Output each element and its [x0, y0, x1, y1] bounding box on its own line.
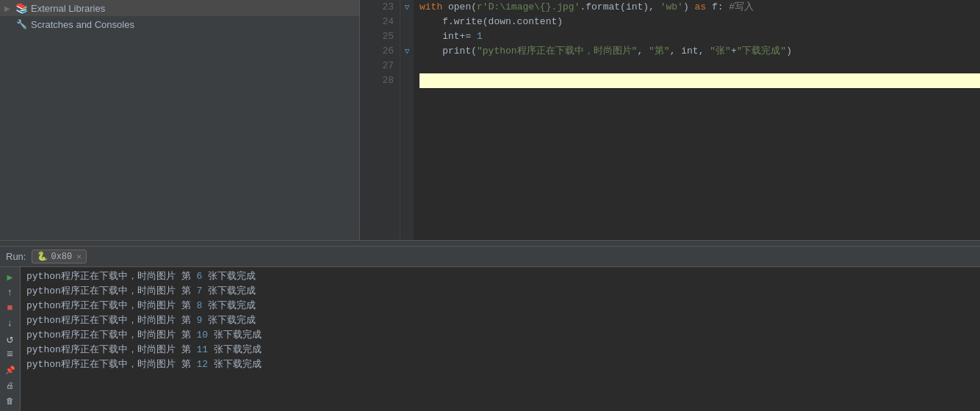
scroll-up-button[interactable]: ↑ [2, 285, 18, 299]
sidebar-item-external-libraries[interactable]: ▶ 📚 External Libraries [0, 0, 359, 16]
pin-button[interactable]: 📌 [2, 363, 18, 377]
gutter-27 [400, 59, 414, 73]
line-number-27: 27 [360, 59, 394, 73]
gutter-28 [400, 73, 414, 88]
print-button[interactable]: 🖨 [2, 379, 18, 393]
scroll-down-button[interactable]: ↓ [2, 316, 18, 330]
run-button[interactable]: ▶ [2, 270, 18, 284]
sidebar-item-scratches-and-consoles[interactable]: 🔧 Scratches and Consoles [0, 16, 359, 32]
output-line-2: python程序正在下载中，时尚图片 第 7 张下载完成 [26, 284, 974, 299]
main-area: ▶ 📚 External Libraries 🔧 Scratches and C… [0, 0, 980, 240]
run-tab-name: 0x80 [51, 252, 72, 262]
output-line-4: python程序正在下载中，时尚图片 第 9 张下载完成 [26, 313, 974, 328]
delete-button[interactable]: 🗑 [2, 394, 18, 408]
editor-area: 23 24 25 26 27 28 ▽ ▽ with open(r'D:\ima… [360, 0, 980, 240]
library-icon: 📚 [15, 2, 27, 14]
gutter-icons: ▽ ▽ [400, 0, 414, 240]
output-line-1: python程序正在下载中，时尚图片 第 6 张下载完成 [26, 269, 974, 284]
code-line-23: with open(r'D:\image\{}.jpg'.format(int)… [419, 0, 980, 15]
run-tab-0x80[interactable]: 🐍 0x80 ✕ [32, 250, 86, 263]
sidebar-item-label: External Libraries [31, 3, 105, 14]
line-number-23: 23 [360, 0, 394, 15]
gutter-fold-23[interactable]: ▽ [400, 0, 414, 15]
run-toolbar: ▶ ↑ ■ ↓ ↺ ≡ 📌 🖨 🗑 [0, 267, 21, 411]
scratches-icon: 🔧 [15, 18, 27, 30]
output-line-7: python程序正在下载中，时尚图片 第 12 张下载完成 [26, 357, 974, 372]
line-number-24: 24 [360, 15, 394, 29]
expand-arrow-icon: ▶ [4, 4, 13, 12]
sidebar: ▶ 📚 External Libraries 🔧 Scratches and C… [0, 0, 360, 240]
run-header: Run: 🐍 0x80 ✕ [0, 247, 980, 267]
run-tab-icon: 🐍 [37, 251, 48, 262]
rerun-button[interactable]: ↺ [2, 332, 18, 346]
output-line-5: python程序正在下载中，时尚图片 第 10 张下载完成 [26, 328, 974, 343]
gutter-25 [400, 29, 414, 44]
expand-arrow-empty [4, 21, 13, 29]
stop-button[interactable]: ■ [2, 301, 18, 315]
run-label: Run: [6, 251, 26, 262]
line-numbers: 23 24 25 26 27 28 [360, 0, 400, 240]
line-number-25: 25 [360, 29, 394, 44]
run-tab-close-button[interactable]: ✕ [76, 252, 82, 261]
run-panel: Run: 🐍 0x80 ✕ ▶ ↑ ■ ↓ ↺ ≡ 📌 🖨 🗑 python程序… [0, 246, 980, 411]
sort-button[interactable]: ≡ [2, 348, 18, 362]
run-body: ▶ ↑ ■ ↓ ↺ ≡ 📌 🖨 🗑 python程序正在下载中，时尚图片 第 6… [0, 267, 980, 411]
code-editor[interactable]: with open(r'D:\image\{}.jpg'.format(int)… [414, 0, 980, 240]
code-line-24: f.write(down.content) [419, 15, 980, 29]
line-number-28: 28 [360, 73, 394, 88]
output-line-3: python程序正在下载中，时尚图片 第 8 张下载完成 [26, 299, 974, 313]
output-line-6: python程序正在下载中，时尚图片 第 11 张下载完成 [26, 343, 974, 357]
run-output: python程序正在下载中，时尚图片 第 6 张下载完成 python程序正在下… [21, 267, 980, 411]
code-line-25: int+= 1 [419, 29, 980, 44]
horizontal-scrollbar[interactable] [0, 240, 980, 246]
sidebar-item-label: Scratches and Consoles [31, 19, 134, 30]
code-line-28 [419, 73, 980, 88]
gutter-fold-26[interactable]: ▽ [400, 44, 414, 59]
gutter-24 [400, 15, 414, 29]
line-number-26: 26 [360, 44, 394, 59]
code-line-26: print("python程序正在下载中，时尚图片", "第", int, "张… [419, 44, 980, 59]
code-line-27 [419, 59, 980, 73]
